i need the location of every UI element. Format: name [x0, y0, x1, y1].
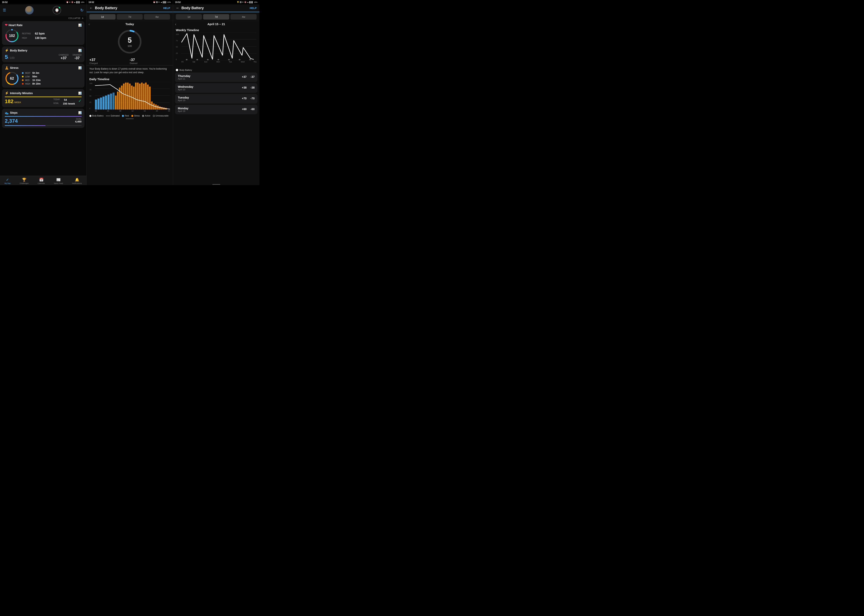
menu-button[interactable]: ☰ [3, 8, 6, 13]
battery-1: 13% [81, 1, 84, 3]
big-ring-text: 5 100 [127, 36, 132, 47]
collapse-chevron-icon[interactable]: ∧ [82, 17, 83, 20]
help-button-2[interactable]: HELP [163, 6, 170, 9]
nav-challenges[interactable]: 🏆 Challenges [20, 178, 28, 184]
tab-1d-2[interactable]: 1d [90, 14, 115, 20]
ring-value: 5 [127, 36, 132, 44]
prev-day-button[interactable]: ‹ [88, 22, 90, 26]
svg-point-58 [239, 59, 241, 60]
svg-rect-45 [161, 107, 163, 110]
tab-1d-3[interactable]: 1d [176, 14, 202, 20]
heart-rate-value: 102 [9, 34, 15, 38]
history-list: Thursday April 21 +37 -37 Wednesday Apri… [173, 72, 260, 184]
history-wednesday[interactable]: Wednesday April 20 +38 -38 [175, 83, 257, 93]
photo-icon-3: 🖼 [240, 1, 241, 3]
history-tuesday[interactable]: Tuesday April 19 +70 -70 [175, 94, 257, 104]
intensity-chart-icon[interactable]: 📊 [78, 91, 82, 95]
x-12: 12 [132, 110, 134, 112]
photo-icon: 🖼 [156, 1, 157, 3]
tuesday-drained: -70 [250, 97, 255, 100]
steps-chart-icon[interactable]: 📊 [78, 111, 82, 114]
news-feed-icon: 📰 [56, 178, 61, 182]
charged-item: +37 Charged [90, 58, 130, 64]
svg-rect-25 [121, 86, 123, 110]
thursday-drained: -37 [250, 75, 255, 79]
body-battery-header: ⚡ Body Battery 📊 [5, 49, 82, 52]
signal-icon-2: ▌▌▌ [163, 1, 167, 3]
svg-rect-36 [143, 83, 145, 110]
monday-stats: +60 -60 [242, 107, 255, 111]
stress-chart-icon[interactable]: 📊 [78, 66, 82, 69]
wednesday-day: Wednesday [178, 85, 194, 88]
med-dot [22, 79, 24, 81]
back-button-2[interactable]: ← [90, 6, 93, 10]
avatar[interactable] [25, 6, 33, 14]
body-battery-chart-icon[interactable]: 📊 [78, 49, 82, 52]
monday-drained: -60 [250, 107, 255, 111]
prev-week-button[interactable]: ‹ [175, 22, 176, 26]
thursday-date: April 21 [178, 78, 190, 80]
plus-icon: ✛ [158, 1, 160, 3]
nav-notifications[interactable]: 🔔 Notifications [72, 178, 82, 184]
big-ring: 5 100 [87, 27, 173, 57]
nav-calendar[interactable]: 📅 Calendar [38, 178, 45, 184]
low-value: 50m [32, 75, 37, 78]
charged-val: +37 [90, 58, 130, 62]
svg-rect-14 [95, 99, 97, 110]
heart-rate-title: ❤ Heart Rate [5, 23, 22, 27]
tab-7d-2[interactable]: 7d [117, 14, 143, 20]
heart-rate-stats: RESTING 62 bpm HIGH 130 bpm [22, 32, 46, 39]
tab-4w-3[interactable]: 4w [230, 14, 257, 20]
active-legend-dot [142, 115, 144, 117]
heart-rate-chart-icon[interactable]: 📊 [78, 24, 82, 27]
weekly-y-axis: 100 75 50 25 0 [176, 33, 181, 64]
svg-rect-17 [102, 97, 104, 110]
nav-my-day[interactable]: ✓ My Day [5, 178, 11, 184]
weekly-chart: 100 75 50 25 0 [176, 33, 257, 64]
notifications-icon: 🔔 [75, 178, 79, 182]
back-button-3[interactable]: ← [176, 6, 179, 10]
wx-sun: Sun [204, 61, 207, 63]
nav-news-feed[interactable]: 📰 News Feed [54, 178, 63, 184]
body-battery-content: 5 / 100 CHARGED +37 DRAINED -37 [5, 54, 82, 60]
watch-connected-dot [59, 7, 60, 8]
x-00-2: 00 [168, 110, 170, 112]
stress-title: 🧘 Stress [5, 66, 19, 70]
history-thursday[interactable]: Thursday April 21 +37 -37 [175, 72, 257, 82]
wifi-icon: ▲ [74, 1, 76, 3]
wx-thu: Thu [253, 61, 257, 63]
signal-icon-3: ▌▌▌ [249, 1, 253, 3]
high-label: HIGH [22, 37, 33, 39]
body-battery-total: 100 [10, 56, 14, 60]
help-button-3[interactable]: HELP [250, 6, 257, 9]
date-range: April 15 – 21 [207, 22, 225, 26]
weekly-chart-svg-wrap: Fri Sat Sun Mon Tue Wed Thu [181, 33, 257, 64]
high-value: 130 bpm [35, 36, 46, 39]
svg-rect-20 [110, 94, 112, 110]
y-axis: 100 75 50 25 0 [90, 82, 95, 113]
svg-point-54 [197, 59, 198, 60]
svg-rect-16 [100, 97, 102, 110]
x-04: 04 [107, 110, 109, 112]
goal-label: GOAL [53, 102, 59, 105]
legend-rest: Rest [122, 115, 129, 117]
calendar-icon: 📅 [39, 178, 44, 182]
tuesday-info: Tuesday April 19 [178, 96, 189, 102]
unmeasurable-legend-label: Unmeasurable [156, 115, 168, 117]
status-bar-3: 19:52 💡 🖼 ✛ 🔇 ▲ ▌▌▌ 13% [173, 0, 260, 5]
drained-val: -37 [130, 58, 170, 62]
chart-svg-wrap: 00 04 08 12 16 20 00 [95, 82, 170, 113]
today-label: TODAY [53, 98, 60, 101]
light-icon: 💡 [237, 1, 239, 3]
alarm-icon: ⏰ [66, 1, 68, 3]
tab-4w-2[interactable]: 4w [144, 14, 170, 20]
estimated-legend-label: Estimated [111, 115, 120, 117]
body-battery-legend-label: Body Battery [92, 115, 104, 117]
sync-button[interactable]: ↻ [80, 8, 83, 13]
tab-7d-3[interactable]: 7d [203, 14, 229, 20]
steps-progress-bar-bg [5, 125, 82, 126]
history-monday[interactable]: Monday April 18 +60 -60 [175, 105, 257, 114]
watch-icon[interactable]: ⌚ [53, 6, 61, 14]
stress-value: 62 [10, 76, 14, 80]
svg-point-2 [11, 29, 13, 31]
